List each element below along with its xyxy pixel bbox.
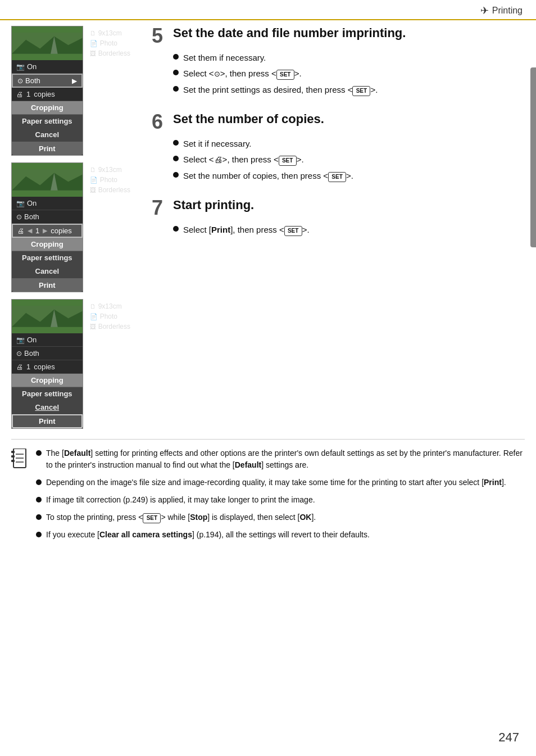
step-6-bullet-3: Set the number of copies, then press <SE… [173,170,525,182]
step-6-title: Set the number of copies. [173,112,324,126]
step-6-bullet-1-text: Set it if necessary. [183,138,251,150]
photo-area-1 [12,26,83,60]
menu-item-copies-2[interactable]: 🖨 ◀ 1 ▶ copies [12,224,83,238]
step-7-header: 7 Start printing. [152,198,525,218]
svg-rect-11 [12,306,83,327]
step-7-num: 7 [152,198,167,218]
svg-rect-3 [12,33,83,54]
step-5-bullet-2: Select <⊙>, then press <SET>. [173,67,525,80]
bullet-dot [36,479,42,485]
header-bar: ✈ Printing [0,0,536,20]
side-labels-2: 🗋 9x13cm 📄 Photo 🖼 Borderless [85,162,135,197]
photo-area-3 [12,300,83,333]
side-label-photo-2: 📄 Photo [85,175,135,185]
side-label-border-1: 🖼 Borderless [85,48,135,58]
svg-rect-13 [11,451,15,453]
bullet-dot [173,140,179,146]
bullet-dot [36,532,42,537]
step-5-bullets: Set them if necessary. Select <⊙>, then … [173,52,525,96]
paper-settings-btn-2[interactable]: Paper settings [12,251,83,265]
bullet-dot [173,156,179,161]
step-5-bullet-3-text: Set the print settings as desired, then … [183,84,378,96]
cancel-btn-2[interactable]: Cancel [12,265,83,278]
note-item-2: Depending on the image's file size and i… [36,477,525,488]
side-label-border-2: 🖼 Borderless [85,185,135,195]
menu-item-both[interactable]: ⊙ Both ▶ [12,74,83,88]
step-7-title: Start printing. [173,198,254,212]
step-5-bullet-1-text: Set them if necessary. [183,52,266,64]
svg-rect-15 [11,460,15,462]
photo-mountain-2 [12,163,83,197]
menu-item-date: 📷 On [12,60,83,74]
menu-item-date-3: 📷 On [12,333,83,347]
notes-list: The [Default] setting for printing effec… [36,447,525,546]
print-btn-2[interactable]: Print [12,278,83,292]
side-label-border-3: 🖼 Borderless [85,322,135,332]
paper-settings-btn-3[interactable]: Paper settings [12,387,83,401]
printing-icon: ✈ [480,4,489,17]
step-6: 6 Set the number of copies. Set it if ne… [152,112,525,182]
bullet-dot [36,450,42,456]
cropping-btn-1[interactable]: Cropping [12,101,83,115]
date-text: On [27,62,37,71]
menu-item-copies-3: 🖨 1 copies [12,360,83,374]
photo-area-2 [12,163,83,197]
panel-3-wrapper: 📷 On ⊙ Both 🖨 1 copies Cropping [11,299,135,429]
note-item-5: If you execute [Clear all camera setting… [36,529,525,541]
paper-settings-btn-1[interactable]: Paper settings [12,115,83,128]
side-label-size-3: 🗋 9x13cm [85,301,135,311]
menu-list-3: 📷 On ⊙ Both 🖨 1 copies Cropping [12,333,83,428]
note-2-text: Depending on the image's file size and i… [46,477,506,488]
step-7-bullet-1-text: Select [Print], then press <SET>. [183,224,310,236]
note-5-text: If you execute [Clear all camera setting… [46,529,370,541]
print-btn-1[interactable]: Print [12,142,83,155]
step-6-bullet-3-text: Set the number of copies, then press <SE… [183,170,353,182]
step-7-bullet-1: Select [Print], then press <SET>. [173,224,525,236]
menu-list-2: 📷 On ⊙ Both 🖨 ◀ 1 ▶ copies [12,197,83,292]
step-7: 7 Start printing. Select [Print], then p… [152,198,525,236]
note-icon [11,449,28,546]
note-4-text: To stop the printing, press <SET> while … [46,511,316,523]
menu-list-1: 📷 On ⊙ Both ▶ 🖨 1 copies Cropping [12,60,83,155]
left-column: 📷 On ⊙ Both ▶ 🖨 1 copies Cropping [11,26,135,429]
cancel-btn-1[interactable]: Cancel [12,128,83,142]
photo-mountain-1 [12,26,83,60]
bullet-dot [173,70,179,75]
page-number: 247 [498,730,519,745]
note-item-4: To stop the printing, press <SET> while … [36,511,525,523]
cropping-btn-3[interactable]: Cropping [12,374,83,387]
bullet-dot [173,172,179,178]
step-5-title: Set the date and file number imprinting. [173,26,406,40]
bullet-dot [173,54,179,60]
bullet-dot [173,86,179,92]
notes-section: The [Default] setting for printing effec… [11,439,525,546]
copies-count-1: 1 [26,90,30,98]
header-title: ✈ Printing [480,4,523,17]
step-6-header: 6 Set the number of copies. [152,112,525,132]
menu-item-copies-1: 🖨 1 copies [12,88,83,101]
print-btn-3[interactable]: Print [12,414,83,428]
menu-item-both-2: ⊙ Both [12,210,83,224]
side-labels-3: 🗋 9x13cm 📄 Photo 🖼 Borderless [85,299,135,334]
photo-mountain-3 [12,300,83,333]
step-5-bullet-3: Set the print settings as desired, then … [173,84,525,96]
note-1-text: The [Default] setting for printing effec… [46,447,525,471]
right-accent-bar [530,67,536,247]
step-6-num: 6 [152,112,167,132]
side-label-size-2: 🗋 9x13cm [85,165,135,175]
note-3-text: If image tilt correction (p.249) is appl… [46,494,315,506]
step-6-bullet-2: Select <🖨>, then press <SET>. [173,153,525,166]
svg-rect-14 [11,455,15,458]
step-5-bullet-2-text: Select <⊙>, then press <SET>. [183,67,302,80]
bullet-dot [36,497,42,503]
step-6-bullet-1: Set it if necessary. [173,138,525,150]
step-5-bullet-1: Set them if necessary. [173,52,525,64]
menu-item-both-3: ⊙ Both [12,347,83,360]
right-column: 5 Set the date and file number imprintin… [146,26,525,429]
side-label-photo-3: 📄 Photo [85,311,135,322]
bullet-dot [173,226,179,232]
cancel-btn-3[interactable]: Cancel [12,401,83,414]
side-labels-1: 🗋 9x13cm 📄 Photo 🖼 Borderless [85,26,135,61]
panel-2-wrapper: 📷 On ⊙ Both 🖨 ◀ 1 ▶ copies [11,162,135,292]
cropping-btn-2[interactable]: Cropping [12,238,83,251]
